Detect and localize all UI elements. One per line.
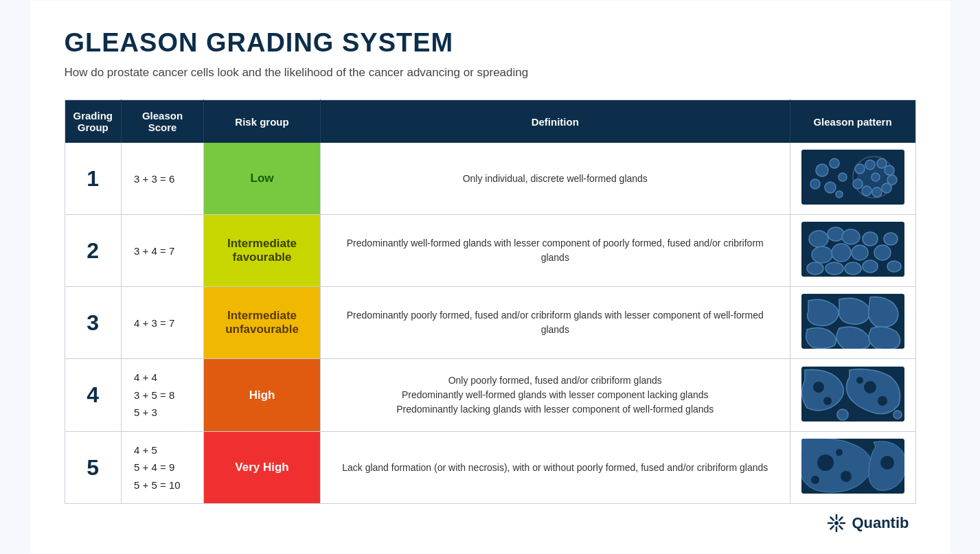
svg-point-45 <box>841 471 852 482</box>
svg-point-47 <box>836 449 843 456</box>
svg-point-23 <box>812 246 832 263</box>
svg-point-40 <box>856 377 863 384</box>
svg-point-15 <box>810 179 820 189</box>
grading-table: Grading Group Gleason Score Risk group D… <box>65 100 916 504</box>
svg-point-33 <box>887 261 901 272</box>
table-header-row: Grading Group Gleason Score Risk group D… <box>65 100 915 143</box>
page: GLEASON GRADING SYSTEM How do prostate c… <box>30 1 950 554</box>
svg-point-12 <box>871 173 880 181</box>
svg-point-26 <box>807 262 823 275</box>
svg-point-42 <box>893 411 902 419</box>
svg-point-25 <box>852 245 868 260</box>
svg-point-18 <box>836 191 843 198</box>
svg-point-38 <box>864 381 876 393</box>
table-row: 2 3 + 4 = 7 Intermediate favourable Pred… <box>65 215 915 287</box>
definition-1: Only individual, discrete well-formed gl… <box>321 143 790 215</box>
table-row: 3 4 + 3 = 7 Intermediate unfavourable Pr… <box>65 287 915 359</box>
pattern-cell-2 <box>790 215 915 287</box>
page-title: GLEASON GRADING SYSTEM <box>65 28 916 58</box>
brand-name: Quantib <box>852 514 909 532</box>
pattern-image-1 <box>801 150 904 205</box>
risk-group-4: High <box>204 359 321 432</box>
gleason-score-4: 4 + 43 + 5 = 85 + 3 <box>122 359 204 432</box>
brand-logo: Quantib <box>827 513 909 533</box>
svg-point-24 <box>832 244 851 262</box>
svg-line-57 <box>831 527 834 529</box>
svg-point-22 <box>842 229 860 244</box>
grading-group-5: 5 <box>65 431 122 504</box>
svg-point-17 <box>839 173 847 181</box>
risk-group-1: Low <box>204 143 321 215</box>
svg-point-28 <box>845 262 861 275</box>
gleason-score-2: 3 + 4 = 7 <box>122 215 204 287</box>
pattern-image-5 <box>801 439 904 494</box>
pattern-cell-3 <box>790 287 915 359</box>
page-subtitle: How do prostate cancer cells look and th… <box>65 65 545 81</box>
definition-3: Predominantly poorly formed, fused and/o… <box>321 287 790 359</box>
gleason-score-5: 4 + 55 + 4 = 95 + 5 = 10 <box>122 431 204 504</box>
header-definition: Definition <box>321 100 790 143</box>
svg-point-27 <box>825 262 843 275</box>
grading-group-2: 2 <box>65 215 122 287</box>
svg-point-29 <box>863 232 878 246</box>
grading-group-1: 1 <box>65 143 122 215</box>
grading-group-3: 3 <box>65 287 122 359</box>
pattern-image-2 <box>801 222 904 277</box>
svg-point-46 <box>811 476 819 484</box>
svg-point-30 <box>874 245 891 260</box>
definition-2: Predominantly well-formed glands with le… <box>321 215 790 287</box>
svg-point-14 <box>830 159 839 168</box>
quantib-icon <box>827 513 846 533</box>
table-row: 1 3 + 3 = 6 Low Only individual, discret… <box>65 143 915 215</box>
svg-point-36 <box>813 382 824 393</box>
svg-point-11 <box>853 179 863 189</box>
pattern-cell-5 <box>790 431 915 504</box>
svg-point-16 <box>825 182 836 193</box>
risk-group-2: Intermediate favourable <box>204 215 321 287</box>
svg-point-21 <box>828 227 844 241</box>
svg-point-5 <box>877 159 887 168</box>
gleason-score-1: 3 + 3 = 6 <box>122 143 204 215</box>
pattern-image-4 <box>801 367 904 422</box>
svg-point-37 <box>823 397 832 405</box>
footer: Quantib <box>65 513 916 533</box>
svg-line-55 <box>840 527 843 529</box>
svg-point-8 <box>882 183 891 193</box>
svg-point-48 <box>880 456 894 470</box>
svg-point-41 <box>837 409 848 420</box>
svg-point-3 <box>855 164 865 174</box>
svg-point-32 <box>884 233 898 245</box>
pattern-image-3 <box>801 294 904 349</box>
header-grading-group: Grading Group <box>65 100 122 143</box>
svg-point-4 <box>865 160 875 170</box>
svg-point-20 <box>809 231 828 247</box>
svg-line-54 <box>831 518 834 520</box>
definition-4: Only poorly formed, fused and/or cribrif… <box>321 359 790 432</box>
grading-group-4: 4 <box>65 359 122 432</box>
table-row: 4 4 + 43 + 5 = 85 + 3 High Only poorly f… <box>65 359 915 432</box>
header-pattern: Gleason pattern <box>790 100 915 143</box>
svg-point-10 <box>862 186 871 196</box>
gleason-score-3: 4 + 3 = 7 <box>122 287 204 359</box>
risk-group-5: Very High <box>204 431 321 504</box>
header-risk-group: Risk group <box>204 100 321 143</box>
svg-point-6 <box>885 165 894 175</box>
definition-5: Lack gland formation (or with necrosis),… <box>321 431 790 504</box>
svg-point-9 <box>872 187 882 197</box>
table-row: 5 4 + 55 + 4 = 95 + 5 = 10 Very High Lac… <box>65 431 915 504</box>
pattern-cell-4 <box>790 359 915 432</box>
svg-point-49 <box>834 521 839 525</box>
svg-point-44 <box>817 454 834 471</box>
header-gleason-score: Gleason Score <box>122 100 204 143</box>
svg-point-13 <box>816 164 828 176</box>
svg-point-31 <box>863 260 878 273</box>
svg-point-39 <box>878 396 887 406</box>
risk-group-3: Intermediate unfavourable <box>204 287 321 359</box>
svg-line-56 <box>840 518 843 520</box>
pattern-cell-1 <box>790 143 915 215</box>
